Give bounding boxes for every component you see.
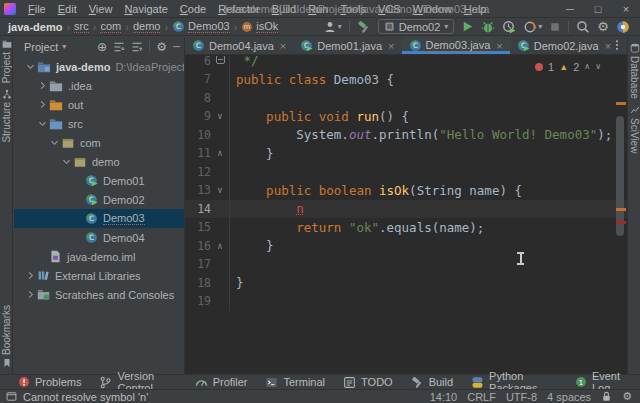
stripe-warning-mark[interactable] [616,102,626,105]
code-line-9[interactable]: 9∨ public void run() { [185,107,627,126]
code-line-16[interactable]: 16∧ } [185,237,627,256]
tree-item--idea[interactable]: .idea [14,76,184,95]
fold-marker[interactable]: ∧ [211,148,229,158]
code-line-14[interactable]: 14 n [185,200,627,219]
tree-item-demo02[interactable]: CDemo02 [14,190,184,209]
menu-view[interactable]: View [83,0,119,18]
code-line-11[interactable]: 11∧ } [185,144,627,163]
hector-inspections-icon[interactable]: ⚙ [622,391,632,402]
hide-icon[interactable]: ─ [173,42,180,52]
tab-close-icon[interactable]: × [280,40,286,52]
breadcrumb-item-java-demo[interactable]: java-demo [8,21,62,33]
tree-chevron[interactable] [36,80,49,91]
maximize-icon[interactable]: □ [584,0,612,18]
toolwindow-button-terminal[interactable]: Terminal [265,376,325,389]
cursor-position[interactable]: 14:10 [430,391,458,403]
menu-code[interactable]: Code [174,0,212,18]
run-configuration-combo[interactable]: Demo02▾ [378,19,455,34]
gradle-ball-button[interactable] [616,20,630,34]
stop-button[interactable] [549,21,561,33]
code-line-17[interactable]: 17 [185,255,627,274]
fold-marker[interactable]: ∧ [211,241,229,251]
toolwindow-button-problems[interactable]: Problems [18,376,81,388]
inspection-widget[interactable]: 1 ▲ 2 ∧ ∨ [535,61,601,73]
tree-item-java-demo[interactable]: java-demoD:\IdeaProjects\java-demo [14,57,184,76]
code-line-18[interactable]: 18} [185,274,627,293]
search-button[interactable] [576,20,590,34]
tree-chevron[interactable] [24,289,37,300]
tree-item-demo01[interactable]: CDemo01 [14,171,184,190]
editor-scrollbar[interactable] [616,116,624,236]
indent-setting[interactable]: 4 spaces [547,391,591,403]
menu-file[interactable]: File [22,0,52,18]
tree-chevron[interactable] [60,156,73,167]
more-vert-icon[interactable] [611,39,623,51]
tree-chevron[interactable] [36,118,49,129]
coverage-button[interactable]: ▾ [523,20,542,34]
editor-tab-demo02-java[interactable]: CDemo02.java× [510,37,618,54]
fold-marker[interactable] [211,56,229,66]
tab-close-icon[interactable]: × [496,40,502,52]
tree-item-out[interactable]: out [14,95,184,114]
breadcrumb-item-demo[interactable]: demo [133,20,161,33]
prev-error-icon[interactable]: ∧ [584,63,590,71]
toolwindow-button-todo[interactable]: TODO [343,376,393,389]
stripe-tab-project[interactable]: Project [0,39,13,83]
stripe-warning-mark[interactable] [616,208,626,211]
profile-button[interactable] [502,20,516,34]
code-line-13[interactable]: 13∨ public boolean isOk(String name) { [185,181,627,200]
tree-item-demo[interactable]: demo [14,152,184,171]
editor-tab-demo03-java[interactable]: CDemo03.java× [402,37,510,54]
stripe-tab-bookmarks[interactable]: Bookmarks [0,305,13,368]
tree-chevron[interactable] [24,270,37,281]
locate-icon[interactable]: ⊕ [97,41,107,53]
editor-tab-demo01-java[interactable]: CDemo01.java× [293,37,401,54]
line-ending[interactable]: CRLF [467,391,496,403]
stripe-tab-sciview[interactable]: SciView [628,105,640,153]
code-line-12[interactable]: 12 [185,163,627,182]
header-gear-icon[interactable]: ⚙ [156,41,167,53]
file-encoding[interactable]: UTF-8 [506,391,537,403]
settings-gear-button[interactable]: ⚙ [597,20,609,33]
debug-button[interactable] [481,20,495,34]
collapse-all-icon[interactable] [131,41,143,53]
stripe-tab-structure[interactable]: Structure [0,89,13,143]
minimize-icon[interactable]: ─ [556,0,584,18]
tree-chevron[interactable] [24,61,37,72]
breadcrumb-item-src[interactable]: src [74,20,89,33]
tree-item-demo04[interactable]: CDemo04 [14,228,184,247]
fold-marker[interactable]: ∨ [211,111,229,121]
breadcrumb-item-com[interactable]: com [100,20,121,33]
build-hammer-button[interactable] [357,20,371,34]
toolwindow-button-build[interactable]: Build [411,376,453,389]
code-editor[interactable]: 6 */7public class Demo03 {89∨ public voi… [185,56,627,374]
menu-navigate[interactable]: Navigate [118,0,173,18]
lock-icon[interactable] [601,391,612,402]
code-line-8[interactable]: 8 [185,89,627,108]
codewithme-button[interactable]: ▾ [323,20,342,34]
tree-item-external-libraries[interactable]: External Libraries [14,266,184,285]
stripe-tab-database[interactable]: Database [628,43,640,99]
toolwindow-button-profiler[interactable]: Profiler [195,376,248,389]
editor-tab-demo04-java[interactable]: CDemo04.java× [185,37,293,54]
tree-item-src[interactable]: src [14,114,184,133]
code-line-10[interactable]: 10 System.out.println("Hello World! Demo… [185,126,627,145]
tree-item-java-demo-iml[interactable]: java-demo.iml [14,247,184,266]
tab-close-icon[interactable]: × [388,40,394,52]
code-line-19[interactable]: 19 [185,292,627,311]
fold-marker[interactable]: ∨ [211,185,229,195]
tree-chevron[interactable] [48,137,61,148]
run-button[interactable] [461,20,474,33]
breadcrumb-item-isok[interactable]: misOk [241,20,278,33]
tree-item-com[interactable]: com [14,133,184,152]
breadcrumb-item-demo03[interactable]: CDemo03 [172,20,230,33]
close-icon[interactable]: × [612,0,640,18]
expand-all-icon[interactable] [113,41,125,53]
code-line-15[interactable]: 15 return "ok".equals(name); [185,218,627,237]
project-panel-title[interactable]: Project ▾ [20,41,66,53]
next-error-icon[interactable]: ∨ [595,63,601,71]
tree-item-scratches-and-consoles[interactable]: Scratches and Consoles [14,285,184,304]
tree-chevron[interactable] [36,99,49,110]
stripe-error-mark[interactable] [616,221,626,224]
console-icon[interactable] [6,391,17,402]
